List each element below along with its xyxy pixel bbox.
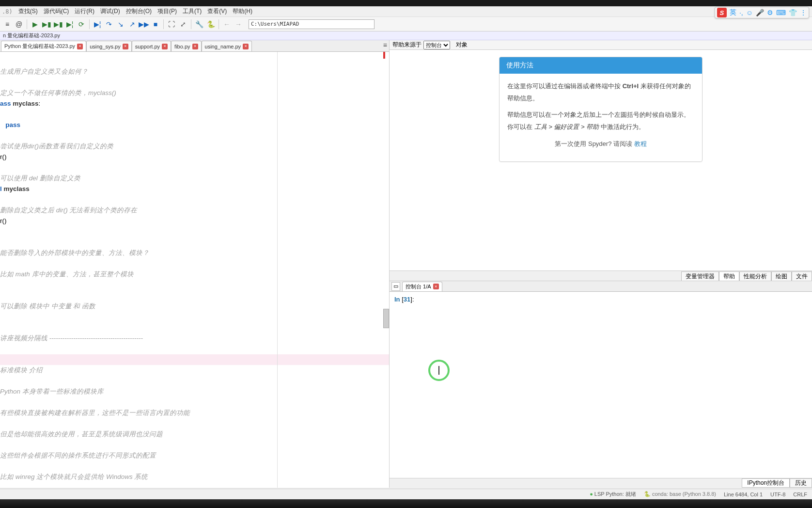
sep [163, 19, 164, 29]
ipython-console[interactable]: In [31]: [390, 292, 812, 478]
run-cell-next-icon[interactable]: ▶▮ [53, 19, 63, 30]
ime-toolbar[interactable]: S 英 ·, ☺ 🎤 ⚙ ⌨ 👕 ⋮ [715, 7, 809, 18]
menu-find[interactable]: 查找(S) [16, 7, 41, 16]
outline-icon[interactable]: ≡ [2, 19, 13, 30]
tab-label: using_name.py [205, 44, 241, 49]
tab-history[interactable]: 历史 [790, 478, 812, 488]
code-editor[interactable]: 生成用户自定义类又会如何？ 定义一个不做任何事情的类，myclass()ass … [0, 52, 389, 488]
tab-profiler[interactable]: 性能分析 [739, 271, 771, 281]
help-shortcut: Ctrl+I [623, 82, 639, 90]
preferences-icon[interactable]: 🔧 [194, 19, 204, 30]
status-lsp[interactable]: LSP Python: 就绪 [590, 491, 636, 498]
editor-ruler [277, 52, 278, 488]
console-prompt: In [31]: [394, 296, 807, 303]
ime-lang[interactable]: 英 [730, 8, 736, 17]
main-toolbar: ≡ @ ▶ ▶▮ ▶▮ ▶¦ ⟳ ▶¦ ↷ ↘ ↗ ▶▶ ■ ⛶ ⤢ 🔧 🐍 ←… [0, 17, 812, 32]
step-out-icon[interactable]: ↗ [127, 19, 138, 30]
menu-help[interactable]: 帮助(H) [230, 7, 255, 16]
tab-main[interactable]: Python 量化编程基础-2023.py× [1, 41, 86, 51]
console-tab-1[interactable]: 控制台 1/A × [402, 282, 442, 291]
tab-fibo[interactable]: fibo.py× [171, 41, 201, 51]
help-card-title: 使用方法 [500, 57, 702, 74]
editor-tabs: Python 量化编程基础-2023.py× using_sys.py× sup… [0, 40, 389, 52]
back-icon[interactable]: ← [221, 19, 232, 30]
console-options-icon[interactable]: ▭ [391, 282, 400, 291]
close-icon[interactable]: × [123, 44, 128, 49]
pythonpath-icon[interactable]: 🐍 [205, 19, 216, 30]
ime-mic-icon[interactable]: 🎤 [756, 9, 764, 16]
tab-label: using_sys.py [90, 44, 121, 49]
tab-using-name[interactable]: using_name.py× [202, 41, 252, 51]
close-icon[interactable]: × [433, 284, 439, 289]
working-dir-input[interactable] [249, 19, 375, 29]
status-eol[interactable]: CRLF [793, 492, 807, 497]
console-tab-label: 控制台 1/A [406, 283, 431, 290]
ime-more-icon[interactable]: ⋮ [800, 9, 807, 16]
help-card-body: 在这里你可以通过在编辑器或者终端中按 Ctrl+I 来获得任何对象的帮助信息。 … [500, 74, 702, 161]
ime-skin-icon[interactable]: 👕 [789, 9, 797, 16]
fullscreen-icon[interactable]: ⤢ [178, 19, 188, 30]
caret-icon [438, 366, 439, 375]
help-text: 在这里你可以通过在编辑器或者终端中按 [507, 82, 623, 90]
close-icon[interactable]: × [162, 44, 168, 49]
menu-tools[interactable]: 工具(T) [180, 7, 204, 16]
menu-view[interactable]: 查看(V) [204, 7, 230, 16]
windows-taskbar[interactable] [0, 499, 812, 508]
sep [27, 19, 27, 29]
highlight-cursor-icon [428, 360, 450, 381]
help-path: 工具 > 偏好设置 > 帮助 [534, 123, 599, 130]
tab-support[interactable]: support.py× [132, 41, 171, 51]
status-bar: LSP Python: 就绪 🐍 conda: base (Python 3.8… [0, 489, 812, 499]
run-cell-icon[interactable]: ▶▮ [41, 19, 52, 30]
ime-keyboard-icon[interactable]: ⌨ [776, 9, 786, 16]
breadcrumb-text: n 量化编程基础-2023.py [3, 32, 60, 39]
prompt-number: 31 [404, 296, 410, 303]
tab-ipython[interactable]: IPython控制台 [742, 478, 790, 488]
status-encoding[interactable]: UTF-8 [770, 492, 785, 497]
tab-overflow-icon[interactable]: ≡ [383, 41, 387, 49]
maximize-icon[interactable]: ⛶ [166, 19, 177, 30]
menu-run[interactable]: 运行(R) [72, 7, 97, 16]
menu-debug[interactable]: 调试(D) [97, 7, 123, 16]
menu-project[interactable]: 项目(P) [155, 7, 180, 16]
help-body: 使用方法 在这里你可以通过在编辑器或者终端中按 Ctrl+I 来获得任何对象的帮… [390, 50, 812, 270]
tab-files[interactable]: 文件 [792, 271, 812, 281]
ime-gear-icon[interactable]: ⚙ [767, 9, 773, 16]
close-icon[interactable]: × [243, 44, 249, 49]
rerun-icon[interactable]: ⟳ [76, 19, 87, 30]
help-card-foot: 第一次使用 Spyder? 请阅读 教程 [507, 133, 694, 155]
ime-punct[interactable]: ·, [739, 9, 743, 16]
close-icon[interactable]: × [77, 44, 83, 49]
step-in-icon[interactable]: ↘ [115, 19, 126, 30]
sep [89, 19, 90, 29]
run-selection-icon[interactable]: ▶¦ [64, 19, 75, 30]
tab-plots[interactable]: 绘图 [771, 271, 792, 281]
sogou-icon[interactable]: S [717, 8, 727, 17]
fold-marker [383, 52, 385, 59]
help-card: 使用方法 在这里你可以通过在编辑器或者终端中按 Ctrl+I 来获得任何对象的帮… [499, 57, 703, 162]
step-over-icon[interactable]: ↷ [104, 19, 114, 30]
close-icon[interactable]: × [192, 44, 198, 49]
status-conda[interactable]: 🐍 conda: base (Python 3.8.8) [644, 491, 716, 497]
menu-source[interactable]: 源代码(C) [41, 7, 72, 16]
tutorial-link[interactable]: 教程 [634, 140, 647, 147]
tab-label: fibo.py [174, 44, 190, 49]
tab-help[interactable]: 帮助 [719, 271, 739, 281]
tab-var-explorer[interactable]: 变量管理器 [681, 271, 719, 281]
stop-debug-icon[interactable]: ■ [150, 19, 161, 30]
menu-console[interactable]: 控制台(O) [123, 7, 155, 16]
obscured-top-strip [0, 0, 812, 6]
console-tabs: ▭ 控制台 1/A × [390, 281, 812, 292]
forward-icon[interactable]: → [233, 19, 244, 30]
status-cursor-pos: Line 6484, Col 1 [724, 492, 763, 497]
ime-emoji-icon[interactable]: ☺ [746, 9, 753, 16]
help-source-select[interactable]: 控制台 [423, 41, 450, 49]
continue-icon[interactable]: ▶▶ [139, 19, 149, 30]
scrollbar-thumb[interactable] [383, 309, 389, 328]
title-fragment: .8) [2, 8, 16, 15]
run-icon[interactable]: ▶ [30, 19, 40, 30]
at-icon[interactable]: @ [14, 19, 24, 30]
debug-icon[interactable]: ▶¦ [92, 19, 103, 30]
tab-using-sys[interactable]: using_sys.py× [86, 41, 132, 51]
right-pane: 帮助来源于 控制台 对象 使用方法 在这里你可以通过在编辑器或者终端中按 Ctr… [390, 40, 812, 488]
